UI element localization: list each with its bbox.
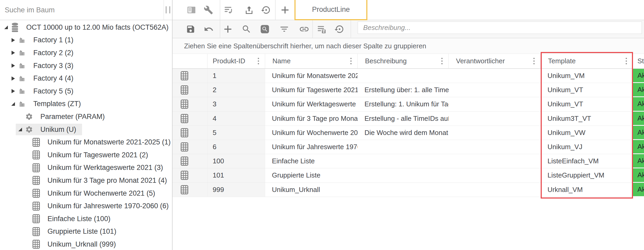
cell-produkt-id[interactable]: 101 xyxy=(207,168,265,183)
tree-item-templates[interactable]: Templates (ZT) xyxy=(0,98,172,111)
column-menu-icon[interactable] xyxy=(350,57,352,65)
expander-expanded-icon[interactable] xyxy=(2,25,10,29)
cell-status[interactable]: Akt xyxy=(633,168,644,183)
cell-produkt-id[interactable]: 4 xyxy=(207,112,265,126)
cell-produkt-id[interactable]: 999 xyxy=(207,183,265,197)
add-icon[interactable] xyxy=(223,24,233,34)
tree-item-einfache-liste[interactable]: Einfache Liste (100) xyxy=(0,212,172,225)
expander-collapsed-icon[interactable] xyxy=(9,76,18,81)
tree-item-factory-4[interactable]: Factory 4 (4) xyxy=(0,72,172,85)
expander-expanded-icon[interactable] xyxy=(16,128,25,131)
cell-status[interactable]: Akt xyxy=(633,97,644,111)
link-icon[interactable] xyxy=(299,24,309,34)
header-name[interactable]: Name xyxy=(265,54,358,68)
cell-beschreibung[interactable] xyxy=(358,154,449,168)
row-table-icon[interactable] xyxy=(173,69,207,83)
cell-template[interactable]: Unikum_VJ xyxy=(541,140,633,154)
cell-name[interactable]: Unikum für Tageswerte 2021 xyxy=(265,83,358,97)
cell-verantwortlicher[interactable] xyxy=(449,97,541,111)
cell-template[interactable]: Unikum_VT xyxy=(541,83,633,97)
cell-verantwortlicher[interactable] xyxy=(449,112,541,126)
cell-name[interactable]: Gruppierte Liste xyxy=(265,168,358,183)
undo-icon[interactable] xyxy=(204,24,214,34)
cell-template[interactable]: Unikum_VT xyxy=(541,97,633,111)
cell-name[interactable]: Unikum für Monatswerte 2021-2… xyxy=(265,69,358,83)
cell-template[interactable]: Urknall_VM xyxy=(541,183,633,197)
search-panel-icon[interactable] xyxy=(260,24,270,34)
cell-produkt-id[interactable]: 5 xyxy=(207,126,265,140)
table-row[interactable]: 4 Unikum für 3 Tage pro Monat 20… Erstel… xyxy=(173,112,644,126)
tree-item-werktageswerte[interactable]: Unikum für Werktageswerte 2021 (3) xyxy=(0,162,172,174)
tree-item-wochenwerte[interactable]: Unikum für Wochenwerte 2021 (5) xyxy=(0,187,172,200)
expander-collapsed-icon[interactable] xyxy=(9,64,18,68)
cell-verantwortlicher[interactable] xyxy=(449,154,541,168)
cell-status[interactable]: Akt xyxy=(633,83,644,97)
cell-template[interactable]: Unikum_VM xyxy=(541,69,633,83)
group-by-panel[interactable]: Ziehen Sie eine Spaltenüberschrift hierh… xyxy=(173,38,644,54)
cell-verantwortlicher[interactable] xyxy=(449,69,541,83)
cell-beschreibung[interactable]: Erstellung über: 1. alle TimeIDs … xyxy=(358,83,449,97)
cell-verantwortlicher[interactable] xyxy=(449,183,541,197)
tree-item-database[interactable]: OCT 10000 up to 12.00 Mio facts (OCT562A… xyxy=(0,21,172,34)
cell-produkt-id[interactable]: 100 xyxy=(207,154,265,168)
row-table-icon[interactable] xyxy=(173,183,207,197)
expander-expanded-icon[interactable] xyxy=(9,102,18,106)
cell-template[interactable]: Unikum3T_VT xyxy=(541,112,633,126)
cell-template[interactable]: ListeGruppiert_VM xyxy=(541,168,633,183)
restore-icon[interactable] xyxy=(261,5,271,15)
cell-beschreibung[interactable] xyxy=(358,69,449,83)
row-table-icon[interactable] xyxy=(173,154,207,168)
cell-name[interactable]: Unikum für Wochenwerte 2021 xyxy=(265,126,358,140)
row-table-icon[interactable] xyxy=(173,112,207,126)
tree-item-factory-2[interactable]: Factory 2 (2) xyxy=(0,46,172,59)
row-table-icon[interactable] xyxy=(173,126,207,140)
wrench-icon[interactable] xyxy=(204,5,213,15)
cell-name[interactable]: Unikum für Werktageswerte 2021 xyxy=(265,97,358,111)
column-menu-icon[interactable] xyxy=(626,57,627,65)
expander-collapsed-icon[interactable] xyxy=(9,89,18,93)
tree-item-tageswerte[interactable]: Unikum für Tageswerte 2021 (2) xyxy=(0,149,172,162)
upload-icon[interactable] xyxy=(244,5,254,15)
cell-name[interactable]: Einfache Liste xyxy=(265,154,358,168)
cell-beschreibung[interactable] xyxy=(358,168,449,183)
cell-template[interactable]: ListeEinfach_VM xyxy=(541,154,633,168)
apply-list-icon[interactable] xyxy=(223,5,233,15)
row-table-icon[interactable] xyxy=(173,140,207,154)
tree-item-factory-5[interactable]: Factory 5 (5) xyxy=(0,85,172,98)
cell-template[interactable]: Unikum_VW xyxy=(541,126,633,140)
add-tab-icon[interactable] xyxy=(280,5,290,15)
panel-view-icon[interactable] xyxy=(186,5,197,15)
cell-produkt-id[interactable]: 6 xyxy=(207,140,265,154)
tree-item-factory-3[interactable]: Factory 3 (3) xyxy=(0,59,172,72)
tree-item-jahreswerte[interactable]: Unikum für Jahreswerte 1970-2060 (6) xyxy=(0,200,172,212)
filter-icon[interactable] xyxy=(279,24,289,34)
cell-name[interactable]: Unikum_Urknall xyxy=(265,183,358,197)
cell-status[interactable]: Akt xyxy=(633,183,644,197)
restore-state-icon[interactable] xyxy=(335,24,345,34)
cell-status[interactable]: Akt xyxy=(633,69,644,83)
cell-beschreibung[interactable]: Erstellung: 1. Unikum für Tages… xyxy=(358,97,449,111)
tree-item-monatswerte[interactable]: Unikum für Monatswerte 2021-2025 (1) xyxy=(0,136,172,149)
header-produkt-id[interactable]: Produkt-ID xyxy=(207,54,265,68)
row-table-icon[interactable] xyxy=(173,97,207,111)
description-input[interactable] xyxy=(358,22,642,34)
expander-collapsed-icon[interactable] xyxy=(9,38,18,42)
cell-beschreibung[interactable] xyxy=(358,140,449,154)
cell-status[interactable]: Akt xyxy=(633,140,644,154)
search-icon[interactable] xyxy=(242,24,251,34)
cell-beschreibung[interactable] xyxy=(358,183,449,197)
cell-produkt-id[interactable]: 1 xyxy=(207,69,265,83)
cell-status[interactable]: Akt xyxy=(633,154,644,168)
panel-splitter-handle[interactable] xyxy=(166,6,170,13)
cell-status[interactable]: Akt xyxy=(633,112,644,126)
table-row[interactable]: 3 Unikum für Werktageswerte 2021 Erstell… xyxy=(173,97,644,111)
list-save-icon[interactable] xyxy=(316,24,326,34)
column-menu-icon[interactable] xyxy=(258,57,259,65)
cell-verantwortlicher[interactable] xyxy=(449,140,541,154)
table-row[interactable]: 100 Einfache Liste ListeEinfach_VM Akt xyxy=(173,154,644,168)
tree-item-factory-1[interactable]: Factory 1 (1) xyxy=(0,34,172,47)
table-row[interactable]: 1 Unikum für Monatswerte 2021-2… Unikum_… xyxy=(173,69,644,83)
tree-search-input[interactable] xyxy=(4,4,152,16)
tree-item-urknall[interactable]: Unikum_Urknall (999) xyxy=(0,238,172,250)
header-status[interactable]: St xyxy=(633,54,644,68)
